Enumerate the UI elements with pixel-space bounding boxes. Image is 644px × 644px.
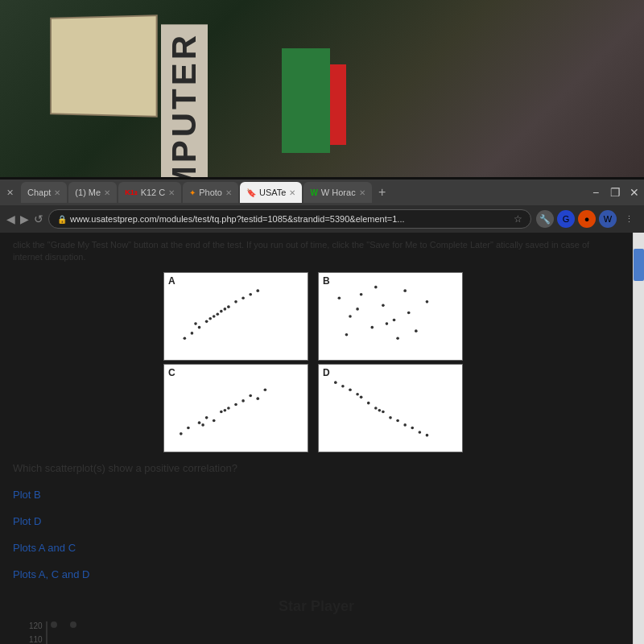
minimize-button[interactable]: − <box>589 186 602 199</box>
tab-k12-label: K12 C <box>141 188 166 197</box>
tab-bar: ✕ Chapt ✕ (1) Me ✕ K1₂ K12 C ✕ ✦ Photo ✕… <box>0 180 644 205</box>
svg-point-37 <box>234 402 237 406</box>
svg-point-51 <box>389 416 392 419</box>
scrollbar[interactable] <box>633 233 644 644</box>
plot-c-label: C <box>168 367 175 378</box>
back-btn[interactable]: ✕ <box>3 186 16 199</box>
restore-button[interactable]: ❐ <box>609 186 621 199</box>
plot-d: D <box>318 364 463 452</box>
chart-hint: 120 110 <box>29 621 620 644</box>
tab-me-close[interactable]: ✕ <box>104 188 110 197</box>
plot-d-svg <box>322 368 459 448</box>
answer-plot-d[interactable]: Plot D <box>13 514 620 529</box>
svg-point-5 <box>213 315 216 318</box>
svg-point-43 <box>224 409 227 412</box>
svg-point-33 <box>205 416 208 419</box>
add-tab-button[interactable]: + <box>374 184 391 201</box>
svg-point-49 <box>374 407 378 410</box>
svg-point-25 <box>374 286 378 289</box>
svg-point-1 <box>191 332 194 335</box>
ext-icon-3[interactable]: ● <box>578 210 596 228</box>
menu-button[interactable]: ⋮ <box>620 210 638 228</box>
svg-point-10 <box>242 296 245 299</box>
url-text: www.usatestprep.com/modules/test/tq.php?… <box>70 214 405 224</box>
star-icon[interactable]: ☆ <box>514 213 522 225</box>
svg-point-29 <box>386 322 389 325</box>
svg-point-42 <box>201 423 204 427</box>
svg-point-36 <box>227 407 230 410</box>
svg-point-58 <box>378 409 382 412</box>
svg-point-21 <box>403 289 407 292</box>
tab-me[interactable]: (1) Me ✕ <box>68 182 117 203</box>
svg-point-19 <box>382 303 385 307</box>
chart-y-110: 110 <box>29 635 43 644</box>
tab-usate[interactable]: 🔖 USATe ✕ <box>240 182 302 203</box>
plot-c-svg <box>167 368 304 448</box>
svg-point-4 <box>205 320 208 323</box>
browser-toolbar-icons: 🔧 G ● W ⋮ <box>536 210 638 228</box>
svg-point-12 <box>256 289 259 292</box>
tab-photo[interactable]: ✦ Photo ✕ <box>183 182 238 203</box>
plot-b: B <box>318 272 463 361</box>
scrollbar-thumb[interactable] <box>634 249 644 281</box>
tab-photo-label: Photo <box>199 188 222 197</box>
ext-icon-4[interactable]: W <box>599 210 617 228</box>
svg-point-28 <box>407 311 411 314</box>
plot-b-svg <box>322 276 459 357</box>
svg-point-55 <box>419 431 422 434</box>
svg-point-53 <box>403 423 407 427</box>
forward-nav-button[interactable]: ▶ <box>20 213 29 225</box>
ext-icon-1[interactable]: 🔧 <box>536 210 554 228</box>
svg-point-0 <box>184 336 187 340</box>
svg-point-18 <box>370 326 374 329</box>
svg-point-2 <box>198 326 201 329</box>
svg-point-47 <box>360 395 363 398</box>
answer-plots-acd[interactable]: Plots A, C and D <box>13 567 620 582</box>
svg-point-39 <box>249 394 252 398</box>
tab-usate-close[interactable]: ✕ <box>289 188 295 197</box>
ext-icon-2[interactable]: G <box>557 210 575 228</box>
svg-point-41 <box>264 388 267 391</box>
window-controls: − ❐ ✕ <box>589 186 641 199</box>
svg-point-9 <box>234 300 237 303</box>
tab-chapt-close[interactable]: ✕ <box>54 188 60 197</box>
svg-point-44 <box>334 381 337 384</box>
plot-a: A <box>163 272 308 361</box>
page-wrapper: click the "Grade My Test Now" button at … <box>0 233 644 644</box>
tab-horac-label: W Horac <box>321 188 356 197</box>
svg-point-46 <box>349 388 352 391</box>
tab-chapt[interactable]: Chapt ✕ <box>21 182 67 203</box>
close-button[interactable]: ✕ <box>628 186 641 199</box>
tab-photo-close[interactable]: ✕ <box>225 188 232 197</box>
back-nav-button[interactable]: ◀ <box>6 213 15 225</box>
background-photo <box>0 0 644 177</box>
refresh-button[interactable]: ↺ <box>34 213 43 225</box>
tab-horac[interactable]: W W Horac ✕ <box>303 182 371 203</box>
svg-point-54 <box>411 427 414 430</box>
svg-point-38 <box>242 399 245 402</box>
plot-a-label: A <box>168 275 175 287</box>
tab-horac-close[interactable]: ✕ <box>359 188 365 197</box>
plot-d-label: D <box>323 367 330 378</box>
answer-plot-b[interactable]: Plot B <box>13 487 620 502</box>
svg-point-8 <box>227 305 230 308</box>
svg-point-56 <box>426 434 429 437</box>
tab-k12[interactable]: K1₂ K12 C ✕ <box>118 182 181 203</box>
browser-chrome: ✕ Chapt ✕ (1) Me ✕ K1₂ K12 C ✕ ✦ Photo ✕… <box>0 177 644 233</box>
tab-chapt-label: Chapt <box>27 188 51 197</box>
section-title: Star Player <box>13 598 620 615</box>
url-field[interactable]: 🔒 www.usatestprep.com/modules/test/tq.ph… <box>48 209 531 229</box>
svg-point-27 <box>356 308 359 311</box>
svg-point-3 <box>194 322 197 325</box>
plots-grid: A <box>163 272 469 452</box>
svg-point-40 <box>256 397 259 400</box>
address-bar: ◀ ▶ ↺ 🔒 www.usatestprep.com/modules/test… <box>0 205 644 233</box>
svg-point-15 <box>338 296 341 299</box>
svg-point-26 <box>396 336 399 340</box>
svg-point-24 <box>345 333 349 336</box>
answer-plots-ac[interactable]: Plots A and C <box>13 540 620 555</box>
svg-point-45 <box>341 385 345 388</box>
svg-point-31 <box>187 427 190 430</box>
tab-k12-close[interactable]: ✕ <box>168 188 175 197</box>
svg-point-20 <box>393 319 396 322</box>
